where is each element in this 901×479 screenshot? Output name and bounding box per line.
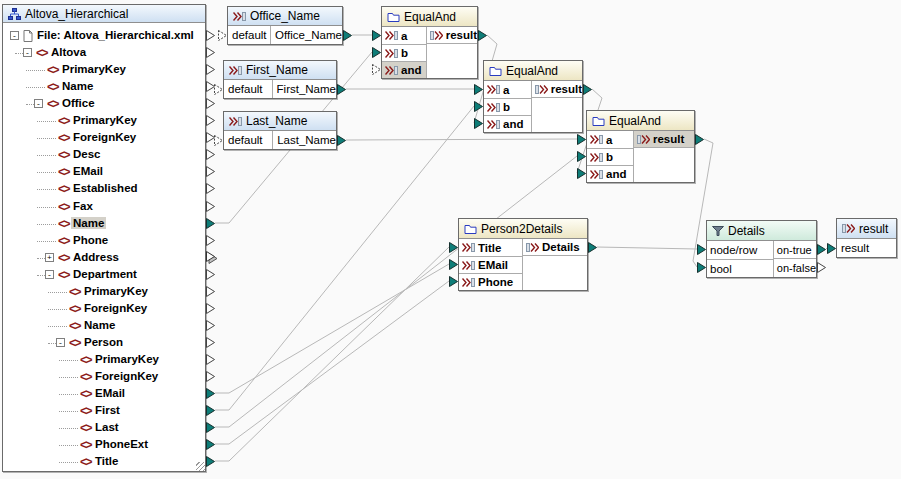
connector-flt.ontrue[interactable] [817, 244, 826, 255]
tree-item-desc[interactable]: <>Desc [3, 147, 205, 164]
output-row-result[interactable]: result [634, 131, 694, 148]
connection-p2d-Details-to-flt-node[interactable] [597, 247, 697, 249]
connector-ea2.result[interactable] [583, 84, 592, 95]
connector-ea2.b[interactable] [474, 101, 483, 112]
tree-connector-email[interactable] [206, 166, 215, 177]
tree-connector-fax[interactable] [206, 201, 215, 212]
output-row-on-true[interactable]: on-true [774, 241, 816, 259]
tree-connector-established[interactable] [206, 183, 215, 194]
tree-connector-name[interactable] [206, 218, 215, 229]
connector-ea1.a[interactable] [372, 30, 381, 41]
tree-connector-first[interactable] [206, 405, 215, 416]
connector-p2d.Title[interactable] [449, 242, 458, 253]
tree-connector-foreignkey[interactable] [206, 371, 215, 382]
tree-connector-primarykey[interactable] [206, 115, 215, 126]
tree-item-person[interactable]: -<>Person [3, 335, 205, 352]
input-row-title[interactable]: Title [459, 239, 522, 256]
connector-p2d.Details[interactable] [588, 242, 597, 253]
tree-connector-primarykey[interactable] [206, 286, 215, 297]
tree-connector-primarykey[interactable] [206, 64, 215, 75]
connector-firstName.default[interactable] [214, 84, 223, 95]
function-equaland-3[interactable]: EqualAnd a b and resul [586, 110, 695, 183]
tree-item-name[interactable]: <>Name [3, 79, 205, 96]
input-row-bool[interactable]: bool [707, 259, 773, 277]
connection-src-First-to-ea2-b[interactable] [215, 106, 474, 410]
collapse-icon[interactable]: - [10, 31, 19, 40]
connector-lastName.out[interactable] [337, 135, 346, 146]
tree-item-primarykey[interactable]: <>PrimaryKey [3, 113, 205, 130]
value-cell[interactable]: First_Name [273, 83, 336, 95]
tree-item-office[interactable]: -<>Office [3, 96, 205, 113]
result-row[interactable]: result [837, 242, 869, 254]
tree-item-name[interactable]: <>Name [3, 216, 205, 233]
connector-officeName.out[interactable] [343, 30, 352, 41]
tree-connector-desc[interactable] [206, 149, 215, 160]
tree-connector-office[interactable] [206, 98, 215, 109]
tree-connector-altova[interactable] [206, 47, 215, 58]
tree-item-phoneext[interactable]: <>PhoneExt [3, 437, 205, 454]
tree-item-primarykey[interactable]: <>PrimaryKey [3, 62, 205, 79]
tree-item-foreignkey[interactable]: <>ForeignKey [3, 369, 205, 386]
tree-connector-address[interactable] [206, 251, 218, 264]
connection-src-Last-to-ea3-b[interactable] [215, 156, 577, 427]
result-component[interactable]: result result [836, 218, 897, 258]
tree-item-email[interactable]: <>EMail [3, 386, 205, 403]
connector-lastName.default[interactable] [214, 135, 223, 146]
tree-item-file-altova-hierarchical-xml[interactable]: -File: Altova_Hierarchical.xml [3, 28, 205, 45]
tree-connector-last[interactable] [206, 422, 215, 433]
default-cell[interactable]: default [224, 80, 273, 98]
tree-connector-phoneext[interactable] [206, 439, 215, 450]
resize-handle[interactable] [196, 462, 205, 471]
tree-connector-person[interactable] [206, 337, 215, 348]
tree-item-first[interactable]: <>First [3, 403, 205, 420]
default-cell[interactable]: default [228, 26, 271, 44]
tree-connector-email[interactable] [206, 388, 215, 399]
input-row-a[interactable]: a [587, 131, 633, 148]
input-row-node-row[interactable]: node/row [707, 241, 773, 259]
value-cell[interactable]: Last_Name [273, 134, 336, 146]
connector-ea2.and[interactable] [474, 118, 483, 129]
tree-item-title[interactable]: <>Title [3, 454, 205, 471]
output-row-on-false[interactable]: on-false [774, 259, 816, 277]
connector-ea2.a[interactable] [474, 84, 483, 95]
source-component-altova-hierarchical[interactable]: Altova_Hierarchical -File: Altova_Hierar… [2, 4, 206, 472]
connector-flt.onfalse[interactable] [817, 262, 826, 273]
mapping-canvas[interactable]: Altova_Hierarchical -File: Altova_Hierar… [0, 0, 901, 479]
tree-item-address[interactable]: +<>Address [3, 250, 205, 267]
connection-src-PhoneExt-to-p2d-Phone[interactable] [215, 281, 449, 444]
tree-item-last[interactable]: <>Last [3, 420, 205, 437]
connector-flt.bool[interactable] [697, 262, 706, 273]
tree-item-foreignkey[interactable]: <>ForeignKey [3, 130, 205, 147]
tree-connector-phone[interactable] [206, 235, 215, 246]
input-row-b[interactable]: b [587, 148, 633, 165]
connector-ea3.result[interactable] [695, 134, 704, 145]
input-row-email[interactable]: EMail [459, 256, 522, 273]
tree-item-established[interactable]: <>Established [3, 181, 205, 198]
connection-lastName-out-to-ea3-a[interactable] [346, 139, 577, 140]
collapse-icon[interactable]: - [56, 338, 65, 347]
constant-last-name[interactable]: Last_Name default Last_Name [223, 111, 337, 150]
expand-icon[interactable]: + [45, 253, 54, 262]
tree-item-name[interactable]: <>Name [3, 318, 205, 335]
connector-flt.node[interactable] [697, 244, 706, 255]
collapse-icon[interactable]: - [23, 48, 32, 57]
filter-details[interactable]: Details node/row bool on-true on-false [706, 220, 817, 278]
tree-item-department[interactable]: -<>Department [3, 267, 205, 284]
tree-item-primarykey[interactable]: <>PrimaryKey [3, 352, 205, 369]
output-row-details[interactable]: Details [523, 239, 587, 256]
connector-p2d.EMail[interactable] [449, 259, 458, 270]
tree-item-fax[interactable]: <>Fax [3, 199, 205, 216]
input-row-and[interactable]: and [382, 61, 426, 78]
connector-ea3.and[interactable] [577, 168, 586, 179]
connector-ea3.a[interactable] [577, 134, 586, 145]
value-cell[interactable]: Office_Name [271, 29, 342, 41]
tree-item-email[interactable]: <>EMail [3, 164, 205, 181]
connector-res.result[interactable] [827, 243, 836, 254]
input-row-a[interactable]: a [382, 27, 426, 44]
connector-ea3.b[interactable] [577, 151, 586, 162]
output-row-result[interactable]: result [532, 81, 582, 98]
input-row-a[interactable]: a [484, 81, 531, 98]
input-row-and[interactable]: and [587, 165, 633, 182]
default-cell[interactable]: default [224, 131, 273, 149]
tree-connector-department[interactable] [206, 269, 215, 280]
